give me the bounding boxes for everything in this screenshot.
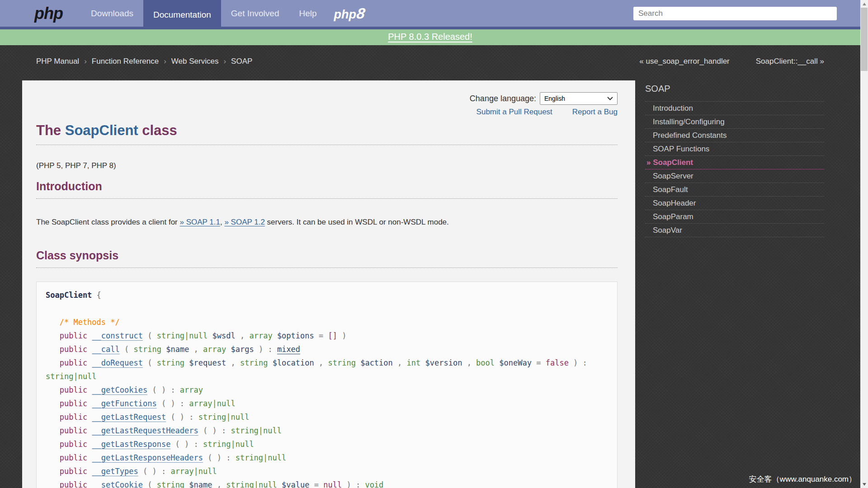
code-token: string — [240, 358, 268, 367]
code-link--gettypes[interactable]: __getTypes — [92, 467, 138, 476]
sidebar-item-label: SoapHeader — [653, 199, 696, 207]
code-line: public __doRequest ( string $request , s… — [46, 356, 608, 383]
code-token: $options — [277, 331, 314, 340]
sidebar-item-soapvar[interactable]: SoapVar — [645, 224, 824, 237]
sidebar-item-soapclient[interactable]: » SoapClient — [645, 156, 824, 169]
sidebar-item-introduction[interactable]: Introduction — [645, 102, 824, 115]
code-token: ( — [120, 345, 134, 354]
code-link--getcookies[interactable]: __getCookies — [92, 385, 147, 394]
code-token: public — [60, 413, 87, 422]
code-line: public __getFunctions ( ) : array|null — [46, 397, 608, 410]
php-version-info: (PHP 5, PHP 7, PHP 8) — [36, 161, 618, 170]
code-link--getfunctions[interactable]: __getFunctions — [92, 399, 156, 408]
code-token: { — [92, 291, 101, 300]
intro-text: The SoapClient class provides a client f… — [36, 218, 180, 226]
report-bug-link[interactable]: Report a Bug — [572, 108, 618, 117]
code-line: public __getCookies ( ) : array — [46, 383, 608, 397]
code-link--setcookie[interactable]: __setCookie — [92, 480, 143, 488]
nav-item-downloads[interactable]: Downloads — [81, 0, 143, 27]
breadcrumb-item-soap[interactable]: SOAP — [231, 57, 252, 66]
breadcrumb-bar: PHP Manual›Function Reference›Web Servic… — [0, 45, 860, 80]
code-line: public __getTypes ( ) : array|null — [46, 465, 608, 478]
scrollbar-thumb[interactable] — [861, 8, 868, 71]
sidebar-item-soap-functions[interactable]: SOAP Functions — [645, 142, 824, 156]
nav-item-get-involved[interactable]: Get Involved — [221, 0, 289, 27]
sidebar-item-soapfault[interactable]: SoapFault — [645, 183, 824, 197]
nav-item-help[interactable]: Help — [289, 0, 326, 27]
code-token: = — [314, 331, 328, 340]
code-token: public — [60, 331, 87, 340]
code-token: array|null — [189, 399, 235, 408]
code-token: string — [157, 358, 184, 367]
code-line — [46, 302, 608, 315]
code-token: ( ) : — [170, 440, 203, 449]
code-link--call[interactable]: __call — [92, 345, 119, 354]
sidebar-item-soapserver[interactable]: SoapServer — [645, 169, 824, 183]
code-link--construct[interactable]: __construct — [92, 331, 143, 340]
code-token: string|null — [231, 426, 282, 435]
code-token: ( ) : — [147, 385, 180, 394]
code-token: , — [393, 358, 407, 367]
sidebar-item-soapparam[interactable]: SoapParam — [645, 210, 824, 224]
code-token — [273, 331, 277, 340]
code-token — [87, 345, 92, 354]
next-page-link[interactable]: SoapClient::__call » — [756, 57, 824, 66]
code-token: $value — [282, 480, 309, 488]
code-link--getlastrequest[interactable]: __getLastRequest — [92, 413, 166, 422]
code-token: string|null — [203, 440, 254, 449]
php8-logo-eight: 8 — [355, 5, 366, 22]
soap-1-1-link[interactable]: » SOAP 1.1 — [180, 218, 220, 226]
submit-pull-request-link[interactable]: Submit a Pull Request — [476, 108, 552, 117]
scrollbar-up-button[interactable] — [860, 0, 868, 8]
code-token: ( ) : — [138, 467, 171, 476]
nav-item-documentation[interactable]: Documentation — [143, 0, 221, 29]
change-language-row: Change language: English — [36, 92, 618, 105]
vertical-scrollbar[interactable] — [860, 0, 868, 488]
code-token: public — [60, 467, 87, 476]
code-token: string|null — [226, 480, 277, 488]
code-token: , — [226, 358, 240, 367]
code-link-mixed[interactable]: mixed — [277, 345, 300, 354]
language-select[interactable]: English — [540, 92, 618, 105]
code-link--getlastresponse[interactable]: __getLastResponse — [92, 440, 170, 449]
prev-page-link[interactable]: « use_soap_error_handler — [639, 57, 729, 66]
sidebar-item-soapheader[interactable]: SoapHeader — [645, 197, 824, 210]
search-input[interactable] — [633, 7, 837, 20]
code-line: public __construct ( string|null $wsdl ,… — [46, 329, 608, 343]
release-banner-link[interactable]: PHP 8.0.3 Released! — [388, 32, 472, 42]
code-line: public __getLastRequest ( ) : string|nul… — [46, 410, 608, 424]
code-line: public __getLastRequestHeaders ( ) : str… — [46, 424, 608, 437]
sidebar-item-label: SoapFault — [653, 185, 688, 194]
code-token: $location — [273, 358, 314, 367]
php8-logo: php 8 — [334, 5, 365, 22]
code-link--getlastresponseheaders[interactable]: __getLastResponseHeaders — [92, 453, 203, 462]
code-token: null — [323, 480, 342, 488]
code-link--dorequest[interactable]: __doRequest — [92, 358, 143, 367]
sidebar-item-label: SoapClient — [653, 158, 693, 167]
php-logo[interactable]: php — [34, 4, 63, 23]
breadcrumb-item-function-reference[interactable]: Function Reference — [92, 57, 159, 66]
change-language-label: Change language: — [470, 94, 536, 103]
code-token: array — [180, 385, 203, 394]
sidebar-item-installing-configuring[interactable]: Installing/Configuring — [645, 115, 824, 129]
code-token: , — [236, 331, 250, 340]
class-synopsis-heading: Class synopsis — [36, 249, 618, 268]
code-token — [87, 331, 92, 340]
breadcrumb-item-web-services[interactable]: Web Services — [171, 57, 219, 66]
breadcrumb-item-php-manual[interactable]: PHP Manual — [36, 57, 79, 66]
code-link--getlastrequestheaders[interactable]: __getLastRequestHeaders — [92, 426, 198, 435]
code-token — [277, 480, 282, 488]
code-token — [87, 399, 92, 408]
code-token: $wsdl — [212, 331, 236, 340]
code-token — [87, 453, 92, 462]
soap-1-2-link[interactable]: » SOAP 1.2 — [224, 218, 264, 226]
scrollbar-down-button[interactable] — [860, 480, 868, 488]
language-selected-value: English — [544, 95, 565, 102]
code-token — [420, 358, 425, 367]
sidebar-title[interactable]: SOAP — [645, 84, 824, 102]
code-token — [184, 358, 189, 367]
code-token: ) : — [569, 358, 592, 367]
code-token — [87, 413, 92, 422]
code-token: /* Methods */ — [60, 318, 120, 327]
sidebar-item-predefined-constants[interactable]: Predefined Constants — [645, 129, 824, 142]
